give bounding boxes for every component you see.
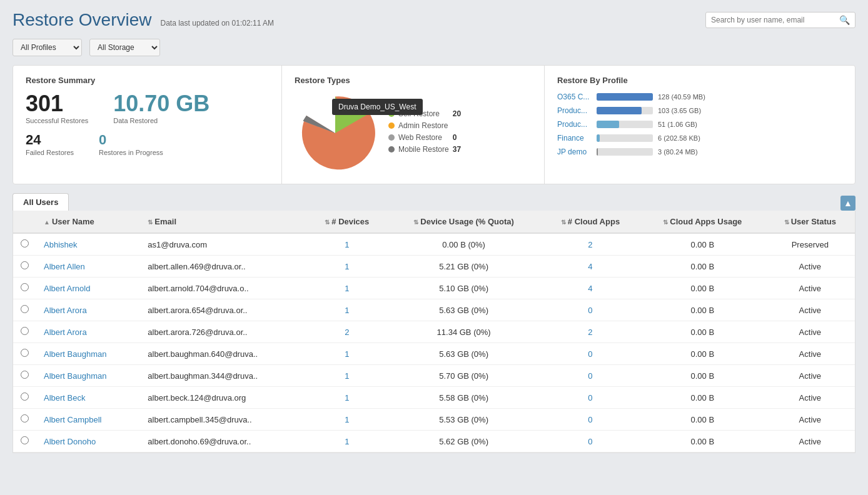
row-radio-cell[interactable]	[13, 233, 36, 256]
profile-bar-fill	[597, 121, 619, 128]
scroll-top-button[interactable]: ▲	[840, 196, 855, 211]
search-input[interactable]	[711, 16, 839, 24]
row-radio-cell[interactable]	[13, 409, 36, 431]
row-radio-cell[interactable]	[13, 365, 36, 387]
row-email: as1@druva.com	[140, 233, 307, 256]
row-devices: 1	[307, 233, 386, 256]
row-radio-cell[interactable]	[13, 343, 36, 365]
row-user-status: Active	[765, 256, 855, 278]
row-radio-cell[interactable]	[13, 431, 36, 452]
profile-link[interactable]: O365 C...	[557, 92, 592, 101]
col-user-name[interactable]: ▲User Name	[36, 211, 140, 233]
sort-icon-device-usage: ⇅	[413, 219, 418, 226]
user-name-link[interactable]: Albert Donoho	[44, 437, 96, 446]
table-row: Albert Campbell albert.campbell.345@druv…	[13, 409, 855, 431]
page-header: Restore Overview Data last updated on 01…	[13, 10, 855, 30]
row-radio-cell[interactable]	[13, 321, 36, 343]
row-radio[interactable]	[21, 436, 29, 444]
row-radio-cell[interactable]	[13, 278, 36, 299]
row-cloud-apps-usage: 0.00 B	[640, 233, 765, 256]
user-name-link[interactable]: Albert Baughman	[44, 371, 106, 381]
table-row: Albert Baughman albert.baughman.640@druv…	[13, 343, 855, 365]
profile-item: Finance 6 (202.58 KB)	[557, 134, 842, 142]
row-user-name: Albert Arora	[36, 299, 140, 321]
storage-filter[interactable]: All Storage Storage 1	[89, 39, 160, 56]
row-devices: 1	[307, 387, 386, 409]
row-email: albert.donoho.69@druva.or..	[140, 431, 307, 452]
profile-bar-track	[597, 93, 653, 101]
profile-value: 128 (40.59 MB)	[658, 93, 705, 101]
col-cloud-apps[interactable]: ⇅# Cloud Apps	[541, 211, 640, 233]
row-cloud-apps: 2	[541, 233, 640, 256]
table-header: ▲User Name ⇅Email ⇅# Devices ⇅Device Usa…	[13, 211, 855, 233]
col-cloud-apps-usage[interactable]: ⇅Cloud Apps Usage	[640, 211, 765, 233]
row-radio[interactable]	[21, 305, 29, 313]
profile-link[interactable]: Finance	[557, 134, 592, 142]
row-device-usage: 5.62 GB (0%)	[386, 431, 541, 452]
row-radio[interactable]	[21, 283, 29, 291]
legend-value-self: 20	[453, 109, 468, 118]
col-email[interactable]: ⇅Email	[140, 211, 307, 233]
legend-item-mobile: Mobile Restore 37	[388, 145, 468, 154]
successful-count: 301	[26, 92, 88, 115]
tab-all-users[interactable]: All Users	[13, 193, 69, 211]
row-devices: 1	[307, 256, 386, 278]
row-radio-cell[interactable]	[13, 256, 36, 278]
cloud-apps-value: 0	[588, 349, 592, 359]
row-user-name: Albert Allen	[36, 256, 140, 278]
row-radio-cell[interactable]	[13, 299, 36, 321]
col-devices[interactable]: ⇅# Devices	[307, 211, 386, 233]
row-radio[interactable]	[21, 349, 29, 357]
profiles-filter[interactable]: All Profiles Profile 1	[13, 39, 82, 56]
profile-link[interactable]: Produc...	[557, 106, 592, 115]
col-device-usage[interactable]: ⇅Device Usage (% Quota)	[386, 211, 541, 233]
row-devices: 1	[307, 343, 386, 365]
user-name-link[interactable]: Albert Allen	[44, 262, 85, 271]
row-user-status: Active	[765, 387, 855, 409]
table-row: Albert Arnold albert.arnold.704@druva.o.…	[13, 278, 855, 299]
successful-restores-block: 301 Successful Restores	[26, 92, 88, 124]
profile-link[interactable]: JP demo	[557, 148, 592, 156]
row-radio[interactable]	[21, 239, 29, 248]
cloud-apps-value: 0	[588, 306, 592, 315]
devices-value: 1	[345, 349, 349, 359]
row-radio[interactable]	[21, 392, 29, 401]
row-radio[interactable]	[21, 261, 29, 269]
user-name-link[interactable]: Albert Arnold	[44, 284, 90, 293]
profile-item: O365 C... 128 (40.59 MB)	[557, 92, 842, 101]
col-radio	[13, 211, 36, 233]
row-user-name: Albert Baughman	[36, 343, 140, 365]
row-radio[interactable]	[21, 371, 29, 379]
row-devices: 1	[307, 278, 386, 299]
row-cloud-apps: 0	[541, 431, 640, 452]
restore-types-inner: Druva Demo_US_West Self Restore 20 Admin…	[295, 92, 532, 174]
legend-value-web: 0	[453, 133, 468, 142]
row-radio-cell[interactable]	[13, 387, 36, 409]
col-user-status[interactable]: ⇅User Status	[765, 211, 855, 233]
row-device-usage: 5.70 GB (0%)	[386, 365, 541, 387]
profile-link[interactable]: Produc...	[557, 120, 592, 129]
restore-types-panel: Restore Types Druva Demo_US_West	[282, 66, 545, 184]
devices-value: 1	[345, 306, 349, 315]
row-radio[interactable]	[21, 327, 29, 335]
profile-value: 3 (80.24 MB)	[658, 148, 698, 156]
user-name-link[interactable]: Albert Arora	[44, 328, 87, 337]
table-body: Abhishek as1@druva.com 1 0.00 B (0%) 2 0…	[13, 233, 855, 452]
user-name-link[interactable]: Albert Campbell	[44, 415, 102, 424]
legend-label-admin: Admin Restore	[398, 121, 448, 130]
row-radio[interactable]	[21, 414, 29, 422]
devices-value: 1	[345, 240, 349, 249]
row-cloud-apps: 0	[541, 365, 640, 387]
user-name-link[interactable]: Albert Beck	[44, 393, 85, 402]
search-box[interactable]: 🔍	[705, 12, 855, 28]
user-name-link[interactable]: Abhishek	[44, 240, 77, 249]
cloud-apps-value: 4	[588, 262, 592, 271]
failed-count: 24	[26, 133, 74, 147]
row-user-status: Active	[765, 321, 855, 343]
row-email: albert.baughman.640@druva..	[140, 343, 307, 365]
user-name-link[interactable]: Albert Arora	[44, 306, 87, 315]
users-table: ▲User Name ⇅Email ⇅# Devices ⇅Device Usa…	[13, 211, 855, 452]
row-device-usage: 11.34 GB (0%)	[386, 321, 541, 343]
user-name-link[interactable]: Albert Baughman	[44, 349, 106, 359]
row-device-usage: 5.63 GB (0%)	[386, 343, 541, 365]
